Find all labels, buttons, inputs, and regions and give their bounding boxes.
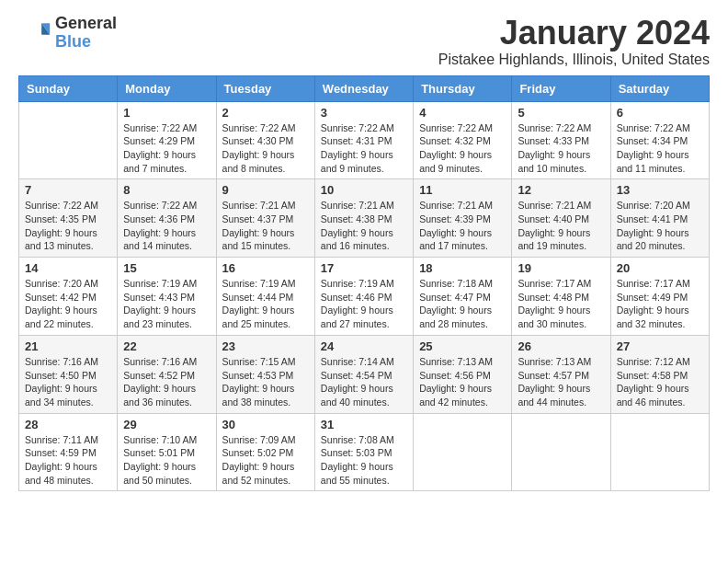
- weekday-header-cell: Wednesday: [314, 75, 413, 101]
- day-number: 19: [518, 261, 604, 275]
- calendar-day-cell: 25Sunrise: 7:13 AMSunset: 4:56 PMDayligh…: [414, 335, 512, 413]
- day-info: Sunrise: 7:12 AMSunset: 4:58 PMDaylight:…: [617, 355, 703, 409]
- calendar-day-cell: 12Sunrise: 7:21 AMSunset: 4:40 PMDayligh…: [512, 179, 610, 258]
- weekday-header-cell: Monday: [118, 75, 216, 101]
- calendar-day-cell: 8Sunrise: 7:22 AMSunset: 4:36 PMDaylight…: [118, 179, 216, 258]
- calendar-day-cell: 2Sunrise: 7:22 AMSunset: 4:30 PMDaylight…: [216, 101, 314, 179]
- day-number: 3: [321, 106, 407, 120]
- day-info: Sunrise: 7:17 AMSunset: 4:48 PMDaylight:…: [518, 277, 604, 331]
- calendar-day-cell: 16Sunrise: 7:19 AMSunset: 4:44 PMDayligh…: [216, 258, 314, 336]
- day-info: Sunrise: 7:21 AMSunset: 4:37 PMDaylight:…: [222, 199, 309, 253]
- day-number: 21: [25, 339, 111, 353]
- day-number: 1: [123, 106, 210, 120]
- calendar-day-cell: 10Sunrise: 7:21 AMSunset: 4:38 PMDayligh…: [314, 179, 413, 258]
- day-number: 20: [617, 261, 703, 275]
- calendar-week-row: 21Sunrise: 7:16 AMSunset: 4:50 PMDayligh…: [19, 335, 710, 413]
- calendar-day-cell: [512, 413, 610, 491]
- calendar-day-cell: 20Sunrise: 7:17 AMSunset: 4:49 PMDayligh…: [610, 258, 709, 336]
- day-number: 8: [123, 183, 210, 197]
- day-info: Sunrise: 7:17 AMSunset: 4:49 PMDaylight:…: [617, 277, 703, 331]
- day-info: Sunrise: 7:22 AMSunset: 4:33 PMDaylight:…: [518, 121, 604, 176]
- day-info: Sunrise: 7:19 AMSunset: 4:46 PMDaylight:…: [321, 277, 407, 331]
- day-number: 2: [222, 106, 309, 120]
- day-info: Sunrise: 7:19 AMSunset: 4:43 PMDaylight:…: [123, 277, 210, 331]
- calendar-day-cell: 9Sunrise: 7:21 AMSunset: 4:37 PMDaylight…: [216, 179, 314, 258]
- day-info: Sunrise: 7:22 AMSunset: 4:36 PMDaylight:…: [123, 199, 210, 253]
- logo-icon: [18, 17, 51, 50]
- calendar-week-row: 1Sunrise: 7:22 AMSunset: 4:29 PMDaylight…: [19, 101, 710, 179]
- calendar-day-cell: 31Sunrise: 7:08 AMSunset: 5:03 PMDayligh…: [314, 413, 413, 491]
- day-info: Sunrise: 7:09 AMSunset: 5:02 PMDaylight:…: [222, 433, 309, 488]
- day-number: 15: [123, 261, 210, 275]
- calendar-week-row: 28Sunrise: 7:11 AMSunset: 4:59 PMDayligh…: [19, 413, 710, 491]
- day-info: Sunrise: 7:10 AMSunset: 5:01 PMDaylight:…: [123, 433, 210, 488]
- day-info: Sunrise: 7:21 AMSunset: 4:40 PMDaylight:…: [518, 199, 604, 253]
- logo: General Blue: [18, 15, 117, 52]
- calendar-day-cell: 26Sunrise: 7:13 AMSunset: 4:57 PMDayligh…: [512, 335, 610, 413]
- day-info: Sunrise: 7:16 AMSunset: 4:50 PMDaylight:…: [25, 355, 111, 409]
- calendar-day-cell: 28Sunrise: 7:11 AMSunset: 4:59 PMDayligh…: [19, 413, 118, 491]
- day-number: 12: [518, 183, 604, 197]
- day-info: Sunrise: 7:21 AMSunset: 4:39 PMDaylight:…: [419, 199, 506, 253]
- calendar-body: 1Sunrise: 7:22 AMSunset: 4:29 PMDaylight…: [19, 101, 710, 491]
- weekday-header-cell: Friday: [512, 75, 610, 101]
- calendar-day-cell: 24Sunrise: 7:14 AMSunset: 4:54 PMDayligh…: [314, 335, 413, 413]
- calendar-day-cell: 4Sunrise: 7:22 AMSunset: 4:32 PMDaylight…: [414, 101, 512, 179]
- calendar-day-cell: 18Sunrise: 7:18 AMSunset: 4:47 PMDayligh…: [414, 258, 512, 336]
- calendar-day-cell: 13Sunrise: 7:20 AMSunset: 4:41 PMDayligh…: [610, 179, 709, 258]
- calendar-day-cell: 30Sunrise: 7:09 AMSunset: 5:02 PMDayligh…: [216, 413, 314, 491]
- calendar-day-cell: 3Sunrise: 7:22 AMSunset: 4:31 PMDaylight…: [314, 101, 413, 179]
- calendar-day-cell: 29Sunrise: 7:10 AMSunset: 5:01 PMDayligh…: [118, 413, 216, 491]
- logo-text: General Blue: [55, 15, 117, 52]
- calendar-day-cell: 6Sunrise: 7:22 AMSunset: 4:34 PMDaylight…: [610, 101, 709, 179]
- day-number: 14: [25, 261, 111, 275]
- day-number: 28: [25, 418, 111, 431]
- day-number: 17: [321, 261, 407, 275]
- day-info: Sunrise: 7:08 AMSunset: 5:03 PMDaylight:…: [321, 433, 407, 488]
- day-info: Sunrise: 7:13 AMSunset: 4:57 PMDaylight:…: [518, 355, 604, 409]
- day-number: 11: [419, 183, 506, 197]
- day-number: 31: [321, 418, 407, 431]
- day-info: Sunrise: 7:21 AMSunset: 4:38 PMDaylight:…: [321, 199, 407, 253]
- day-info: Sunrise: 7:22 AMSunset: 4:35 PMDaylight:…: [25, 199, 111, 253]
- calendar-day-cell: 14Sunrise: 7:20 AMSunset: 4:42 PMDayligh…: [19, 258, 118, 336]
- day-number: 25: [419, 339, 506, 353]
- day-number: 26: [518, 339, 604, 353]
- weekday-header-cell: Tuesday: [216, 75, 314, 101]
- calendar-day-cell: 22Sunrise: 7:16 AMSunset: 4:52 PMDayligh…: [118, 335, 216, 413]
- calendar-day-cell: [19, 101, 118, 179]
- calendar-day-cell: 15Sunrise: 7:19 AMSunset: 4:43 PMDayligh…: [118, 258, 216, 336]
- calendar-day-cell: [610, 413, 709, 491]
- calendar-day-cell: 17Sunrise: 7:19 AMSunset: 4:46 PMDayligh…: [314, 258, 413, 336]
- day-info: Sunrise: 7:22 AMSunset: 4:34 PMDaylight:…: [617, 121, 703, 176]
- day-number: 18: [419, 261, 506, 275]
- day-number: 4: [419, 106, 506, 120]
- calendar-day-cell: 27Sunrise: 7:12 AMSunset: 4:58 PMDayligh…: [610, 335, 709, 413]
- day-info: Sunrise: 7:22 AMSunset: 4:29 PMDaylight:…: [123, 121, 210, 176]
- day-number: 6: [617, 106, 703, 120]
- day-number: 16: [222, 261, 309, 275]
- day-info: Sunrise: 7:13 AMSunset: 4:56 PMDaylight:…: [419, 355, 506, 409]
- day-number: 27: [617, 339, 703, 353]
- day-info: Sunrise: 7:18 AMSunset: 4:47 PMDaylight:…: [419, 277, 506, 331]
- day-number: 29: [123, 418, 210, 431]
- day-info: Sunrise: 7:15 AMSunset: 4:53 PMDaylight:…: [222, 355, 309, 409]
- day-info: Sunrise: 7:22 AMSunset: 4:30 PMDaylight:…: [222, 121, 309, 176]
- day-number: 23: [222, 339, 309, 353]
- day-info: Sunrise: 7:16 AMSunset: 4:52 PMDaylight:…: [123, 355, 210, 409]
- calendar-day-cell: 11Sunrise: 7:21 AMSunset: 4:39 PMDayligh…: [414, 179, 512, 258]
- weekday-header-cell: Saturday: [610, 75, 709, 101]
- day-number: 13: [617, 183, 703, 197]
- day-number: 9: [222, 183, 309, 197]
- day-number: 10: [321, 183, 407, 197]
- day-info: Sunrise: 7:11 AMSunset: 4:59 PMDaylight:…: [25, 433, 111, 488]
- day-number: 22: [123, 339, 210, 353]
- calendar-table: SundayMondayTuesdayWednesdayThursdayFrid…: [18, 75, 710, 492]
- calendar-day-cell: 5Sunrise: 7:22 AMSunset: 4:33 PMDaylight…: [512, 101, 610, 179]
- day-info: Sunrise: 7:14 AMSunset: 4:54 PMDaylight:…: [321, 355, 407, 409]
- weekday-header-cell: Thursday: [414, 75, 512, 101]
- calendar-day-cell: 19Sunrise: 7:17 AMSunset: 4:48 PMDayligh…: [512, 258, 610, 336]
- calendar-day-cell: 7Sunrise: 7:22 AMSunset: 4:35 PMDaylight…: [19, 179, 118, 258]
- day-info: Sunrise: 7:20 AMSunset: 4:42 PMDaylight:…: [25, 277, 111, 331]
- title-block: January 2024 Pistakee Highlands, Illinoi…: [438, 15, 710, 68]
